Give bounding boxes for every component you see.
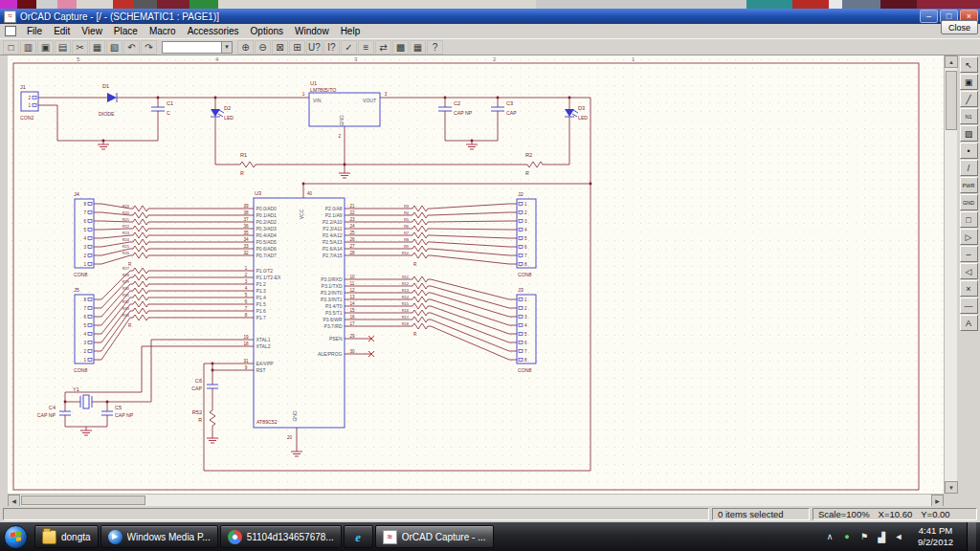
schematic-page[interactable]: 5 4 3 2 1 J1 CON2 21 D1 DIODE C1 C D2 LE…	[8, 55, 944, 494]
action-center-icon[interactable]: ⚑	[858, 532, 870, 541]
component-u3[interactable]: U3 AT89C52 VCC 40 GND 20 P0.0/AD039P0.1/…	[234, 190, 374, 440]
resistor-network-right-top[interactable]: R R3R4R5R6R7R8R9R10	[364, 204, 509, 267]
menu-item-accessories[interactable]: Accessories	[182, 25, 245, 37]
copy-button[interactable]: ▦	[89, 40, 105, 55]
reset-net-wires[interactable]	[212, 364, 297, 448]
crystal-body[interactable]	[83, 395, 89, 408]
component-j3[interactable]: J3 CON8 12345678	[509, 287, 536, 373]
zoom-all-button[interactable]: ⊞	[289, 40, 305, 55]
place-power-button[interactable]: PWR	[960, 177, 978, 193]
place-line-button[interactable]: —	[960, 298, 978, 314]
zoom-area-button[interactable]: ⊠	[272, 40, 288, 55]
menu-item-view[interactable]: View	[76, 25, 108, 37]
place-wire-button[interactable]: ╱	[960, 91, 978, 107]
menu-item-file[interactable]: File	[21, 25, 48, 37]
place-bus-entry-button[interactable]: /	[960, 160, 978, 176]
resistor-network-right-bottom[interactable]: R R11R12R13R14R15R16R17R18	[364, 275, 509, 360]
show-hidden-icons-button[interactable]: ∧	[824, 532, 835, 541]
horizontal-scroll-thumb[interactable]	[21, 496, 145, 505]
open-button[interactable]: ▥	[20, 40, 36, 55]
capacitor-symbol[interactable]	[101, 411, 113, 415]
create-netlist-button[interactable]: ≡	[358, 40, 374, 55]
taskbar-clock[interactable]: 4:41 PM 9/2/2012	[918, 525, 953, 548]
capacitor-symbol[interactable]	[491, 107, 504, 111]
led-symbol[interactable]	[211, 109, 220, 117]
resistor-network-left-top[interactable]: R R19R20R21R22R23R24R25R26	[101, 204, 234, 267]
capacitor-symbol[interactable]	[59, 411, 71, 415]
zoom-out-button[interactable]: ⊖	[255, 40, 271, 55]
save-button[interactable]: ▣	[37, 40, 54, 55]
menu-item-macro[interactable]: Macro	[144, 25, 182, 37]
undo-button[interactable]: ↶	[123, 40, 140, 55]
component-y1[interactable]: Y1	[73, 386, 92, 408]
capacitor-symbol[interactable]	[151, 107, 165, 111]
taskbar-button-orcad[interactable]: ≈ OrCAD Capture - ...	[375, 525, 494, 548]
print-button[interactable]: ▤	[55, 40, 71, 55]
place-bus-button[interactable]: ▨	[960, 125, 978, 142]
component-d1[interactable]: D1 DIODE	[99, 83, 117, 117]
component-r1[interactable]: R1 R	[215, 152, 345, 176]
minimize-button[interactable]: –	[920, 10, 938, 23]
place-off-page-button[interactable]: ◁	[960, 263, 978, 279]
select-button[interactable]: ↖	[960, 56, 978, 73]
component-c2[interactable]: C2 CAP NP	[438, 100, 473, 116]
resistor-symbol[interactable]	[215, 162, 345, 167]
component-j5[interactable]: J5 CON8 87654321	[74, 287, 101, 373]
component-c4[interactable]: C4 CAP NP	[37, 405, 71, 418]
menu-item-edit[interactable]: Edit	[48, 25, 76, 37]
place-pin-button[interactable]: –	[960, 246, 978, 262]
network-icon[interactable]: ▟	[876, 532, 887, 542]
vertical-scrollbar[interactable]: ▲ ▼	[944, 55, 957, 494]
place-no-connect-button[interactable]: ×	[960, 280, 978, 297]
help-button[interactable]: ?	[427, 40, 443, 55]
component-r2[interactable]: R2 R	[345, 152, 569, 176]
paste-button[interactable]: ▧	[106, 40, 122, 55]
tray-app-icon[interactable]: ●	[841, 532, 853, 541]
component-c5[interactable]: C5 CAP NP	[101, 405, 134, 418]
ground-symbol[interactable]	[80, 427, 92, 435]
place-hier-block-button[interactable]: □	[960, 211, 978, 228]
horizontal-scrollbar[interactable]: ◀ ▶	[8, 494, 944, 506]
bill-of-materials-button[interactable]: ▩	[392, 40, 409, 55]
place-part-button[interactable]: ▣	[960, 74, 978, 90]
resistor-symbol[interactable]	[210, 408, 215, 429]
diode-symbol[interactable]	[107, 93, 117, 102]
place-ground-button[interactable]: GND	[960, 194, 978, 210]
place-junction-button[interactable]: •	[960, 143, 978, 159]
led-symbol[interactable]	[565, 109, 574, 117]
capacitor-symbol[interactable]	[438, 107, 452, 111]
scroll-up-button[interactable]: ▲	[945, 55, 958, 68]
menu-item-help[interactable]: Help	[335, 25, 367, 37]
taskbar-button-windows-media-player[interactable]: ▶ Windows Media P...	[100, 525, 218, 548]
annotate-button[interactable]: U?	[306, 40, 323, 55]
menu-item-options[interactable]: Options	[245, 25, 289, 37]
back-annotate-button[interactable]: I?	[323, 40, 340, 55]
menu-item-place[interactable]: Place	[108, 25, 144, 37]
menu-item-window[interactable]: Window	[289, 25, 335, 37]
component-j1[interactable]: J1 CON2 21	[20, 84, 46, 121]
ground-symbol[interactable]	[339, 169, 350, 178]
scroll-down-button[interactable]: ▼	[945, 481, 958, 494]
new-button[interactable]: □	[3, 40, 19, 55]
zoom-in-button[interactable]: ⊕	[237, 40, 254, 55]
resistor-symbol[interactable]	[345, 162, 569, 167]
show-desktop-button[interactable]	[967, 522, 976, 551]
taskbar-button-dongta[interactable]: dongta	[34, 525, 99, 548]
component-d3[interactable]: D3 LED	[565, 105, 588, 121]
resistor-network-left-bottom[interactable]: R R27R28R29R30R31R32R33R34	[101, 266, 234, 360]
ground-symbol[interactable]	[207, 434, 218, 443]
place-net-alias-button[interactable]: N1	[960, 108, 978, 124]
component-c6[interactable]: C6 CAP	[191, 378, 218, 391]
component-c3[interactable]: C3 CAP	[491, 100, 517, 116]
cross-reference-button[interactable]: ⇄	[375, 40, 391, 55]
place-port-button[interactable]: ▷	[960, 229, 978, 245]
schematic-canvas[interactable]: 5 4 3 2 1 J1 CON2 21 D1 DIODE C1 C D2 LE…	[8, 55, 944, 494]
ground-symbol[interactable]	[291, 448, 302, 456]
capacitor-symbol[interactable]	[207, 385, 218, 388]
snap-to-grid-button[interactable]: ▦	[410, 40, 426, 55]
start-button[interactable]	[4, 525, 28, 549]
taskbar-button-internet-explorer[interactable]: e	[344, 525, 373, 548]
overlay-close-button[interactable]: Close	[941, 20, 978, 34]
taskbar-button-chrome[interactable]: 51104d134657678...	[220, 525, 342, 548]
part-search-combo[interactable]: ▾	[162, 41, 233, 54]
